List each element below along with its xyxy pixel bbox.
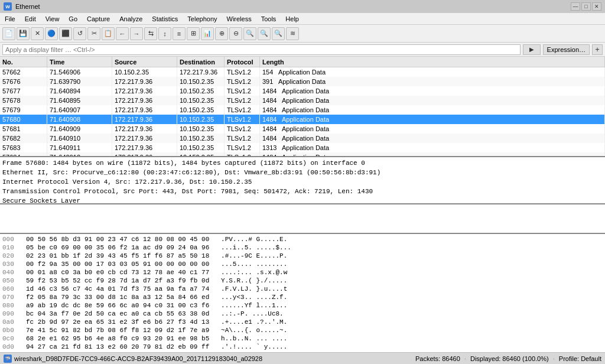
filename-label: wireshark_D98D7FDE-7CC9-466C-ACC9-B2AF39… bbox=[14, 355, 262, 362]
hex-dump-inner: 000 00 50 56 8b d3 91 00 23 47 c6 12 80 … bbox=[0, 234, 605, 352]
packet-rows[interactable]: 57662 71.546906 10.150.2.35 172.217.9.36… bbox=[0, 67, 605, 156]
packet-list[interactable]: No. Time Source Destination Protocol Len… bbox=[0, 57, 605, 157]
cell-info: 1484 Application Data bbox=[260, 134, 605, 143]
hex-ascii: .+....e1 .?..'.M. bbox=[221, 318, 287, 326]
cell-info: 154 Application Data bbox=[260, 67, 605, 77]
toolbar-btn-16[interactable]: ⊖ bbox=[229, 27, 242, 40]
main-area: No. Time Source Destination Protocol Len… bbox=[0, 57, 605, 352]
hex-offset: 020 bbox=[2, 252, 26, 260]
toolbar-btn-1[interactable]: 💾 bbox=[17, 27, 30, 40]
toolbar-btn-12[interactable]: ≡ bbox=[173, 27, 186, 40]
toolbar-btn-17[interactable]: 🔍 bbox=[243, 27, 256, 40]
app-icon: W bbox=[4, 2, 12, 11]
minimize-button[interactable]: — bbox=[571, 2, 580, 11]
display-filter-input[interactable] bbox=[2, 44, 521, 55]
toolbar-btn-9[interactable]: → bbox=[130, 27, 143, 40]
menu-item-view[interactable]: View bbox=[41, 14, 64, 24]
detail-line: Ethernet II, Src: Procurve_c6:12:80 (00:… bbox=[2, 168, 603, 177]
packet-row[interactable]: 57678 71.640895 172.217.9.36 10.150.2.35… bbox=[0, 96, 605, 105]
hex-offset: 050 bbox=[2, 277, 26, 285]
menu-item-file[interactable]: File bbox=[0, 14, 20, 24]
maximize-button[interactable]: □ bbox=[581, 2, 591, 11]
menu-item-help[interactable]: Help bbox=[281, 14, 304, 24]
packet-row[interactable]: 57682 71.640910 172.217.9.36 10.150.2.35… bbox=[0, 134, 605, 143]
menu-item-capture[interactable]: Capture bbox=[82, 14, 115, 24]
menu-item-telephony[interactable]: Telephony bbox=[183, 14, 222, 24]
cell-proto: TLSv1.2 bbox=[225, 96, 260, 105]
cell-no: 57680 bbox=[0, 115, 47, 124]
col-header-dest: Destination bbox=[177, 57, 225, 67]
hex-bytes: 00 50 56 8b d3 91 00 23 47 c6 12 80 08 0… bbox=[26, 235, 221, 243]
hex-bytes: a9 ab 19 dc dc 8e 59 66 6c a0 94 c0 31 0… bbox=[26, 301, 221, 310]
add-filter-button[interactable]: + bbox=[592, 44, 603, 55]
packet-row[interactable]: 57662 71.546906 10.150.2.35 172.217.9.36… bbox=[0, 67, 605, 77]
cell-no: 57683 bbox=[0, 143, 47, 152]
hex-bytes: 68 2e e1 62 95 b6 4e a8 f0 c9 93 20 91 e… bbox=[26, 334, 221, 343]
hex-offset: 030 bbox=[2, 260, 26, 268]
hex-offset: 070 bbox=[2, 293, 26, 301]
hex-line: 050 59 f2 53 b5 52 cc f9 28 7d 1a d7 2f … bbox=[2, 277, 603, 285]
toolbar-btn-8[interactable]: ← bbox=[116, 27, 129, 40]
packet-row[interactable]: 57683 71.640911 172.217.9.36 10.150.2.35… bbox=[0, 143, 605, 152]
cell-proto: TLSv1.2 bbox=[225, 77, 260, 86]
menu-item-edit[interactable]: Edit bbox=[20, 14, 41, 24]
toolbar-btn-11[interactable]: ↕ bbox=[158, 27, 171, 40]
cell-proto: TLSv1.2 bbox=[225, 115, 260, 124]
cell-no: 57681 bbox=[0, 124, 47, 134]
toolbar-btn-13[interactable]: ⊞ bbox=[187, 27, 200, 40]
status-bar: 🦈 wireshark_D98D7FDE-7CC9-466C-ACC9-B2AF… bbox=[0, 352, 605, 364]
packet-row[interactable]: 57679 71.640907 172.217.9.36 10.150.2.35… bbox=[0, 105, 605, 115]
col-header-source: Source bbox=[112, 57, 177, 67]
menu-item-statistics[interactable]: Statistics bbox=[147, 14, 183, 24]
cell-dest: 10.150.2.35 bbox=[177, 105, 225, 115]
toolbar-btn-7[interactable]: 📋 bbox=[102, 27, 115, 40]
toolbar: 📄💾✕🔵⬛↺✂📋←→⇆↕≡⊞📊⊕⊖🔍🔍🔍≋ bbox=[0, 25, 605, 43]
hex-line: 0d0 94 27 ca 21 fd 81 13 e2 60 20 79 81 … bbox=[2, 343, 603, 351]
menu-item-wireless[interactable]: Wireless bbox=[222, 14, 256, 24]
window-title: Ethernet bbox=[15, 3, 40, 10]
cell-no: 57684 bbox=[0, 152, 47, 156]
cell-info: 1484 Application Data bbox=[260, 96, 605, 105]
toolbar-btn-18[interactable]: 🔍 bbox=[258, 27, 271, 40]
profile-label: Profile: Default bbox=[559, 355, 601, 362]
expression-button[interactable]: Expression… bbox=[543, 44, 590, 55]
hex-line: 010 05 be c0 69 00 00 35 06 f2 1a ac d9 … bbox=[2, 243, 603, 252]
menu-item-analyze[interactable]: Analyze bbox=[115, 14, 147, 24]
hex-line: 080 a9 ab 19 dc dc 8e 59 66 6c a0 94 c0 … bbox=[2, 301, 603, 310]
menu-item-go[interactable]: Go bbox=[64, 14, 82, 24]
packet-row[interactable]: 57681 71.640909 172.217.9.36 10.150.2.35… bbox=[0, 124, 605, 134]
toolbar-btn-5[interactable]: ↺ bbox=[73, 27, 86, 40]
toolbar-btn-4[interactable]: ⬛ bbox=[59, 27, 72, 40]
toolbar-btn-2[interactable]: ✕ bbox=[31, 27, 44, 40]
cell-proto: TLSv1.2 bbox=[225, 152, 260, 156]
packet-row[interactable]: 57677 71.640894 172.217.9.36 10.150.2.35… bbox=[0, 86, 605, 96]
hex-bytes: 7e 41 5c 91 82 bd 7b 08 6f f8 12 09 d2 1… bbox=[26, 326, 221, 334]
toolbar-btn-20[interactable]: ≋ bbox=[286, 27, 299, 40]
toolbar-btn-6[interactable]: ✂ bbox=[87, 27, 100, 40]
cell-info: 1484 Application Data bbox=[260, 105, 605, 115]
cell-source: 172.217.9.36 bbox=[112, 152, 177, 156]
packet-row[interactable]: 57684 71.640912 172.217.9.36 10.150.2.35… bbox=[0, 152, 605, 156]
close-button[interactable]: ✕ bbox=[592, 2, 601, 11]
cell-time: 71.640909 bbox=[47, 124, 112, 134]
packet-row[interactable]: 57676 71.639790 172.217.9.36 10.150.2.35… bbox=[0, 77, 605, 86]
cell-source: 172.217.9.36 bbox=[112, 105, 177, 115]
hex-bytes: f2 05 8a 79 3c 33 00 d8 1c 8a a3 12 5a 8… bbox=[26, 293, 221, 301]
col-header-proto: Protocol bbox=[225, 57, 260, 67]
detail-spacer bbox=[0, 204, 605, 234]
cell-info: 391 Application Data bbox=[260, 77, 605, 86]
toolbar-btn-19[interactable]: 🔍 bbox=[272, 27, 285, 40]
toolbar-btn-15[interactable]: ⊕ bbox=[215, 27, 228, 40]
toolbar-btn-3[interactable]: 🔵 bbox=[45, 27, 58, 40]
toolbar-btn-10[interactable]: ⇆ bbox=[144, 27, 157, 40]
toolbar-btn-14[interactable]: 📊 bbox=[201, 27, 214, 40]
menu-item-tools[interactable]: Tools bbox=[256, 14, 281, 24]
cell-time: 71.640908 bbox=[47, 115, 112, 124]
hex-line: 000 00 50 56 8b d3 91 00 23 47 c6 12 80 … bbox=[2, 235, 603, 243]
hex-ascii: .'.!.... ` y..... bbox=[221, 343, 287, 351]
hex-line: 0b0 7e 41 5c 91 82 bd 7b 08 6f f8 12 09 … bbox=[2, 326, 603, 334]
status-sep1: · bbox=[464, 355, 466, 362]
toolbar-btn-0[interactable]: 📄 bbox=[2, 27, 15, 40]
filter-apply-button[interactable]: ▶ bbox=[523, 44, 541, 55]
packet-row[interactable]: 57680 71.640908 172.217.9.36 10.150.2.35… bbox=[0, 115, 605, 124]
